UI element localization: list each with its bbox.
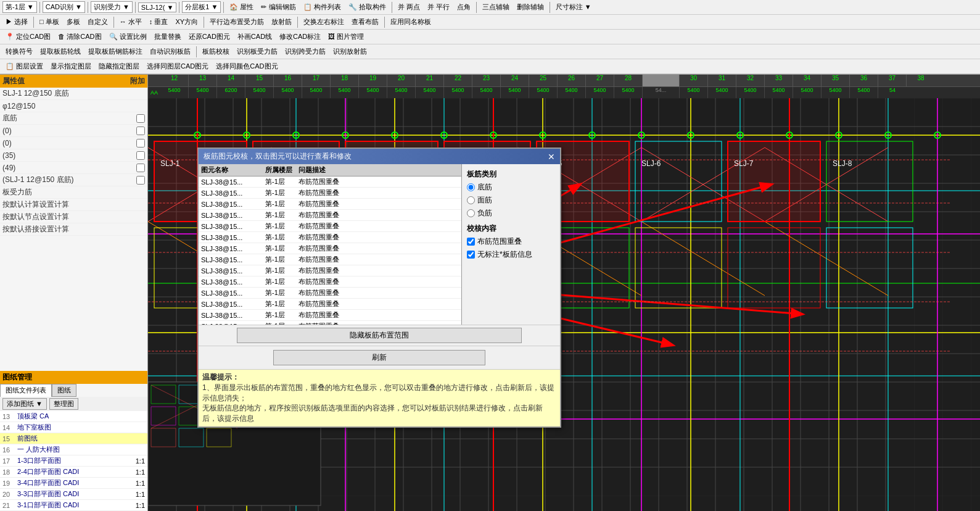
radio-bottom[interactable]: 底筋 bbox=[467, 182, 555, 193]
prop-check-6[interactable] bbox=[136, 164, 145, 172]
dialog-row-8[interactable]: SLJ-38@15...第-1层布筋范围重叠 bbox=[199, 254, 461, 265]
radio-top-input[interactable] bbox=[467, 196, 475, 204]
dialog-row-5[interactable]: SLJ-38@15...第-1层布筋范围重叠 bbox=[199, 221, 461, 232]
dropdown-layer[interactable]: 第-1层 ▼ bbox=[2, 1, 37, 13]
btn-locate-cad[interactable]: 📍 定位CAD图 bbox=[2, 31, 54, 43]
btn-set-scale[interactable]: 🔍 设置比例 bbox=[106, 31, 150, 43]
drawing-item-18[interactable]: 18 2-4口部平面图 CADI 1:1 bbox=[0, 467, 147, 478]
add-drawing-btn[interactable]: 添加图纸 ▼ bbox=[2, 398, 47, 410]
dropdown-slj[interactable]: SLJ-12( ▼ bbox=[138, 2, 176, 12]
btn-select-same-color[interactable]: 选择同颜色CAD图元 bbox=[213, 60, 281, 72]
btn-pick[interactable]: 🔧 拾取构件 bbox=[345, 1, 389, 13]
organize-btn[interactable]: 整理图 bbox=[49, 398, 78, 410]
radio-bottom-input[interactable] bbox=[467, 183, 475, 191]
radio-top[interactable]: 面筋 bbox=[467, 195, 555, 206]
btn-add-line[interactable]: 补画CAD线 bbox=[234, 31, 275, 43]
hide-range-btn[interactable]: 隐藏板筋布置范围 bbox=[237, 328, 522, 343]
btn-del-axis[interactable]: 删除辅轴 bbox=[514, 1, 547, 13]
btn-clear-cad[interactable]: 🗑 清除CAD图 bbox=[55, 31, 104, 43]
btn-hide-layer[interactable]: 隐藏指定图层 bbox=[96, 60, 142, 72]
btn-recognize-span[interactable]: 识别跨受力筋 bbox=[282, 46, 329, 57]
dropdown-layer2[interactable]: 分层板1 ▼ bbox=[182, 1, 221, 13]
prop-check-5[interactable] bbox=[136, 151, 145, 160]
tab-drawings[interactable]: 图纸 bbox=[52, 384, 76, 397]
refresh-btn[interactable]: 刷新 bbox=[273, 350, 485, 365]
dialog-row-4[interactable]: SLJ-38@15...第-1层布筋范围重叠 bbox=[199, 210, 461, 221]
drawing-item-15[interactable]: 15 前图纸 bbox=[0, 433, 147, 444]
btn-vertical[interactable]: ↕ 垂直 bbox=[146, 16, 171, 28]
tab-file-list[interactable]: 图纸文件列表 bbox=[0, 384, 52, 397]
dialog-row-14[interactable]: SLJ-38@15...第-1层布筋范围重叠 bbox=[199, 321, 461, 325]
drawing-item-14[interactable]: 14 地下室板图 bbox=[0, 422, 147, 433]
dialog-row-9[interactable]: SLJ-38@15...第-1层布筋范围重叠 bbox=[199, 265, 461, 276]
prop-check-3[interactable] bbox=[136, 127, 145, 135]
dialog-row-1[interactable]: SLJ-38@15...第-1层布筋范围重叠 bbox=[199, 177, 461, 188]
btn-horizontal[interactable]: ↔ 水平 bbox=[117, 16, 145, 28]
btn-parallel-arrange[interactable]: 平行边布置受力筋 bbox=[207, 16, 267, 28]
btn-edit-rebar[interactable]: ✏ 编辑钢筋 bbox=[258, 1, 299, 13]
drawing-item-20[interactable]: 20 3-3口部平面图 CADI 1:1 bbox=[0, 489, 147, 500]
radio-neg-input[interactable] bbox=[467, 209, 475, 217]
drawing-item-16[interactable]: 16 一 人防大样图 bbox=[0, 444, 147, 455]
btn-batch-replace[interactable]: 批量替换 bbox=[151, 31, 184, 43]
dialog-row-12[interactable]: SLJ-38@15...第-1层布筋范围重叠 bbox=[199, 299, 461, 310]
dialog-row-7[interactable]: SLJ-38@15...第-1层布筋范围重叠 bbox=[199, 243, 461, 254]
btn-swap-label[interactable]: 交换左右标注 bbox=[300, 16, 347, 28]
drawing-item-21[interactable]: 21 3-1口部平面图 CADI 1:1 bbox=[0, 500, 147, 511]
dialog-row-6[interactable]: SLJ-38@15...第-1层布筋范围重叠 bbox=[199, 232, 461, 243]
dialog-row-2[interactable]: SLJ-38@15...第-1层布筋范围重叠 bbox=[199, 188, 461, 199]
dropdown-recognize[interactable]: 识别受力 ▼ bbox=[91, 1, 133, 13]
check-no-label[interactable]: 无标注*板筋信息 bbox=[467, 249, 555, 260]
check-no-label-input[interactable] bbox=[467, 251, 475, 259]
prop-check-4[interactable] bbox=[136, 139, 145, 147]
rebar-type-radio-group: 底筋 面筋 负筋 bbox=[467, 182, 555, 218]
dropdown-cad[interactable]: CAD识别 ▼ bbox=[43, 1, 85, 13]
btn-select-same-layer[interactable]: 选择同图层CAD图元 bbox=[144, 60, 212, 72]
btn-component-list[interactable]: 📋 构件列表 bbox=[300, 1, 344, 13]
r21: 21 bbox=[416, 75, 444, 86]
sep5 bbox=[223, 2, 224, 13]
btn-custom[interactable]: 自定义 bbox=[84, 16, 111, 28]
dialog-close-btn[interactable]: ✕ bbox=[548, 152, 555, 162]
btn-recognize-radial[interactable]: 识别放射筋 bbox=[330, 46, 370, 57]
btn-view-rebar[interactable]: 查看布筋 bbox=[348, 16, 382, 28]
check-content-section: 校核内容 布筋范围重叠 无标注*板筋信息 bbox=[467, 223, 555, 260]
btn-three-axis[interactable]: 三点辅轴 bbox=[479, 1, 513, 13]
btn-img-manage[interactable]: 🖼 图片管理 bbox=[325, 31, 367, 43]
btn-modify-label[interactable]: 修改CAD标注 bbox=[276, 31, 324, 43]
radio-neg[interactable]: 负筋 bbox=[467, 208, 555, 218]
btn-parallel[interactable]: 并 平行 bbox=[424, 1, 453, 13]
btn-auto-recognize[interactable]: 自动识别板筋 bbox=[147, 46, 194, 57]
prop-check-2[interactable] bbox=[136, 114, 145, 123]
btn-multi-board[interactable]: 多板 bbox=[64, 16, 83, 28]
btn-restore-cad[interactable]: 还原CAD图元 bbox=[186, 31, 233, 43]
dialog-row-13[interactable]: SLJ-38@15...第-1层布筋范围重叠 bbox=[199, 310, 461, 321]
btn-rebar-check[interactable]: 板筋校核 bbox=[199, 46, 233, 57]
btn-radial[interactable]: 放射筋 bbox=[268, 16, 295, 28]
btn-layer-setting[interactable]: 📋 图层设置 bbox=[2, 60, 46, 72]
dialog-row-11[interactable]: SLJ-38@15...第-1层布筋范围重叠 bbox=[199, 288, 461, 299]
btn-extract-label[interactable]: 提取板筋钢筋标注 bbox=[85, 46, 146, 57]
btn-single-board[interactable]: □ 单板 bbox=[36, 16, 62, 28]
btn-select[interactable]: ▶ 选择 bbox=[2, 16, 31, 28]
btn-two-point[interactable]: 并 两点 bbox=[395, 1, 423, 13]
dialog-row-3[interactable]: SLJ-38@15...第-1层布筋范围重叠 bbox=[199, 199, 461, 210]
aa-label: AA bbox=[148, 87, 160, 98]
btn-convert-symbol[interactable]: 转换符号 bbox=[2, 46, 36, 57]
btn-xy[interactable]: XY方向 bbox=[172, 16, 201, 28]
drawing-item-17[interactable]: 17 1-3口部平面图 1:1 bbox=[0, 455, 147, 467]
drawing-item-13[interactable]: 13 顶板梁 CA bbox=[0, 411, 147, 422]
dialog-row-10[interactable]: SLJ-38@15...第-1层布筋范围重叠 bbox=[199, 276, 461, 288]
check-overlap[interactable]: 布筋范围重叠 bbox=[467, 236, 555, 247]
check-overlap-input[interactable] bbox=[467, 238, 475, 246]
prop-label-0: SLJ-1 12@150 底筋 bbox=[2, 88, 145, 99]
btn-angle[interactable]: 点角 bbox=[454, 1, 474, 13]
prop-check-7[interactable] bbox=[136, 176, 145, 185]
btn-show-layer[interactable]: 显示指定图层 bbox=[47, 60, 94, 72]
btn-property[interactable]: 🏠 屋性 bbox=[226, 1, 257, 13]
drawing-item-19[interactable]: 19 3-4口部平面图 CADI 1:1 bbox=[0, 478, 147, 489]
btn-extract-outline[interactable]: 提取板筋轮线 bbox=[37, 46, 84, 57]
btn-apply-same[interactable]: 应用同名称板 bbox=[387, 16, 434, 28]
btn-recognize-force[interactable]: 识别板受力筋 bbox=[234, 46, 281, 57]
btn-dimension[interactable]: 尺寸标注 ▼ bbox=[553, 1, 595, 13]
